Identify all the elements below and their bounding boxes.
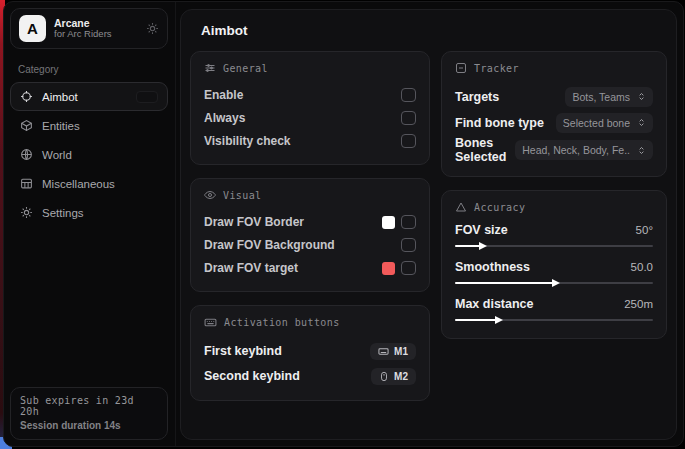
sidebar-nav: Aimbot Entities — [4, 82, 175, 227]
fov-background-checkbox[interactable] — [401, 238, 416, 252]
eye-icon — [204, 189, 216, 201]
chevron-sort-icon — [637, 145, 646, 156]
setting-label: Find bone type — [455, 116, 544, 130]
slider-value: 250m — [624, 298, 653, 310]
brand-subtitle: for Arc Riders — [54, 29, 138, 40]
card-title: General — [223, 63, 268, 74]
keyboard-icon — [378, 346, 389, 357]
sidebar-item-label: Entities — [42, 120, 80, 132]
slider-knob[interactable] — [495, 316, 503, 324]
globe-icon — [20, 148, 33, 161]
keyboard-icon — [204, 316, 217, 329]
setting-label: First keybind — [204, 344, 282, 358]
slider-value: 50.0 — [631, 261, 653, 273]
sidebar: A Arcane for Arc Riders Category — [4, 2, 176, 446]
setting-label: Second keybind — [204, 369, 300, 383]
setting-row-fov-target: Draw FOV target — [204, 257, 416, 279]
card-accuracy: Accuracy FOV size 50° — [441, 190, 667, 339]
sidebar-item-label: Settings — [42, 207, 84, 219]
card-title: Activation buttons — [224, 317, 340, 328]
brand-card: A Arcane for Arc Riders — [10, 8, 168, 49]
sidebar-item-label: Aimbot — [42, 91, 78, 103]
setting-label: Always — [204, 111, 245, 125]
setting-label: Visibility check — [204, 134, 291, 148]
enable-checkbox[interactable] — [401, 88, 416, 102]
slider-knob[interactable] — [552, 279, 560, 287]
sub-expires-text: Sub expires in 23d 20h — [20, 395, 158, 417]
card-visual: Visual Draw FOV Border Draw FOV Back — [190, 178, 430, 292]
keybind-button-m2[interactable]: M2 — [371, 368, 416, 385]
card-activation-buttons: Activation buttons First keybind — [190, 305, 430, 401]
setting-row-smoothness: Smoothness 50.0 — [455, 260, 653, 289]
content-panel: Aimbot General — [180, 9, 677, 440]
setting-label: Enable — [204, 88, 243, 102]
fov-target-checkbox[interactable] — [401, 261, 416, 275]
session-duration-text: Session duration 14s — [20, 420, 158, 431]
setting-row-max-distance: Max distance 250m — [455, 297, 653, 326]
box-icon — [20, 119, 33, 132]
setting-label: Draw FOV Background — [204, 238, 335, 252]
gear-icon[interactable] — [146, 22, 159, 35]
setting-row-find-bone-type: Find bone type Selected bone — [455, 110, 653, 135]
smoothness-slider[interactable] — [455, 277, 653, 289]
nav-item-badge — [136, 91, 158, 103]
keybind-button-m1[interactable]: M1 — [370, 343, 416, 360]
setting-label: Draw FOV target — [204, 261, 298, 275]
sidebar-item-aimbot[interactable]: Aimbot — [10, 82, 168, 111]
sidebar-item-miscellaneous[interactable]: Miscellaneous — [10, 169, 168, 198]
setting-label: Bones Selected — [455, 136, 515, 164]
setting-row-first-keybind: First keybind M1 — [204, 339, 416, 363]
page-title: Aimbot — [201, 23, 667, 38]
slider-knob[interactable] — [479, 242, 487, 250]
subscription-info: Sub expires in 23d 20h Session duration … — [10, 387, 168, 440]
color-swatch-white[interactable] — [382, 216, 395, 229]
setting-label: Smoothness — [455, 260, 530, 274]
cheat-menu-window: A Arcane for Arc Riders Category — [3, 1, 684, 447]
card-title: Visual — [223, 190, 262, 201]
fov-size-slider[interactable] — [455, 240, 653, 252]
card-title: Tracker — [474, 63, 519, 74]
category-label: Category — [18, 64, 175, 75]
gear-icon — [20, 206, 33, 219]
setting-row-visibility-check: Visibility check — [204, 130, 416, 152]
always-checkbox[interactable] — [401, 111, 416, 125]
sidebar-item-settings[interactable]: Settings — [10, 198, 168, 227]
chevron-sort-icon — [637, 91, 646, 102]
sidebar-item-label: Miscellaneous — [42, 178, 115, 190]
card-general: General Enable Always Visibi — [190, 51, 430, 165]
setting-label: FOV size — [455, 223, 508, 237]
chevron-sort-icon — [637, 117, 646, 128]
main-area: Aimbot General — [176, 2, 683, 446]
setting-label: Draw FOV Border — [204, 215, 304, 229]
setting-row-fov-border: Draw FOV Border — [204, 211, 416, 233]
sidebar-item-world[interactable]: World — [10, 140, 168, 169]
setting-row-second-keybind: Second keybind M2 — [204, 364, 416, 388]
sidebar-item-entities[interactable]: Entities — [10, 111, 168, 140]
bones-selected-dropdown[interactable]: Head, Neck, Body, Fe.. — [515, 140, 653, 160]
setting-row-fov-background: Draw FOV Background — [204, 234, 416, 256]
brand-logo: A — [19, 15, 46, 42]
tracker-icon — [455, 62, 467, 74]
color-swatch-red[interactable] — [382, 262, 395, 275]
setting-row-bones-selected: Bones Selected Head, Neck, Body, Fe.. — [455, 136, 653, 164]
setting-label: Targets — [455, 90, 499, 104]
card-tracker: Tracker Targets Bots, Teams — [441, 51, 667, 177]
setting-row-enable: Enable — [204, 84, 416, 106]
slider-value: 50° — [636, 224, 653, 236]
sliders-icon — [204, 62, 216, 74]
visibility-check-checkbox[interactable] — [401, 134, 416, 148]
mouse-icon — [379, 371, 389, 382]
setting-row-targets: Targets Bots, Teams — [455, 84, 653, 109]
desktop: A Arcane for Arc Riders Category — [0, 0, 685, 449]
find-bone-type-dropdown[interactable]: Selected bone — [556, 113, 653, 133]
setting-row-fov-size: FOV size 50° — [455, 223, 653, 252]
card-title: Accuracy — [474, 202, 525, 213]
fov-border-checkbox[interactable] — [401, 215, 416, 229]
targets-dropdown[interactable]: Bots, Teams — [565, 87, 653, 107]
sidebar-item-label: World — [42, 149, 72, 161]
setting-row-always: Always — [204, 107, 416, 129]
grid-icon — [20, 177, 33, 190]
triangle-icon — [455, 201, 467, 213]
max-distance-slider[interactable] — [455, 314, 653, 326]
setting-label: Max distance — [455, 297, 534, 311]
